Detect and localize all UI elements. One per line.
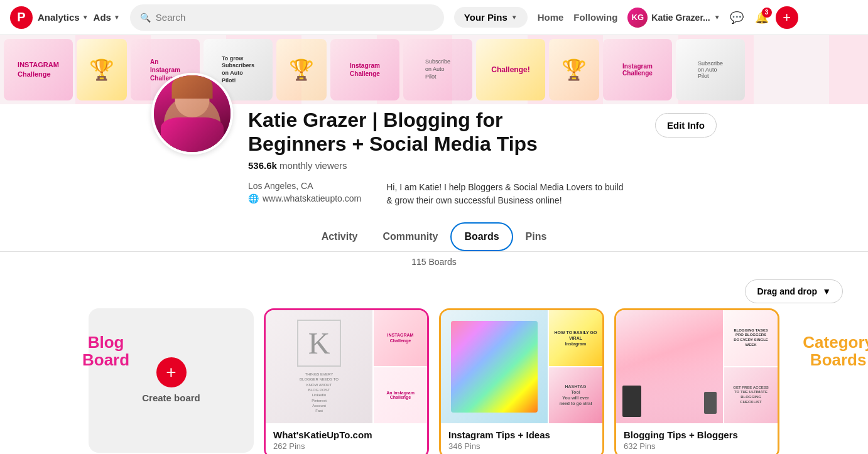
board-whats-katie[interactable]: K THINGS EVERYBLOGGER NEEDS TOKNOW ABOUT… — [264, 308, 429, 454]
analytics-chevron-icon: ▼ — [82, 14, 89, 21]
following-link[interactable]: Following — [573, 12, 617, 23]
navbar: P Analytics ▼ Ads ▼ 🔍 Your Pins ▼ Home F… — [0, 0, 868, 35]
avatar: KG — [627, 8, 648, 28]
profile-location-column: Los Angeles, CA 🌐 www.whatskatieupto.com — [248, 181, 361, 203]
board-top-image: HOW TO EASILY GOVIRALInstagram — [549, 310, 602, 366]
board-pin-count: 262 Pins — [273, 441, 420, 451]
edit-info-button[interactable]: Edit Info — [655, 113, 717, 138]
tab-pins[interactable]: Pins — [513, 224, 560, 250]
profile-location: Los Angeles, CA — [248, 181, 361, 191]
board-top-image: BLOGGING TASKSPRO BLOGGERSDO EVERY SINGL… — [724, 310, 778, 366]
globe-icon: 🌐 — [248, 193, 259, 203]
viewer-label: monthly viewers — [279, 160, 347, 171]
board-images: HOW TO EASILY GOVIRALInstagram HASHTAGTo… — [441, 310, 602, 423]
boards-count: 115 Boards — [0, 257, 868, 267]
board-bottom-image: An InstagramChallenge — [374, 367, 427, 423]
profile-bio: Hi, I am Katie! I help Bloggers & Social… — [386, 181, 625, 207]
board-title: Instagram Tips + Ideas — [448, 430, 595, 440]
user-menu[interactable]: KG Katie Grazer... ▼ — [627, 8, 720, 28]
username-label: Katie Grazer... — [651, 13, 710, 23]
profile-content: Katie Grazer | Blogging for Beginners + … — [151, 73, 717, 207]
board-instagram-tips[interactable]: HOW TO EASILY GOVIRALInstagram HASHTAGTo… — [439, 308, 604, 454]
analytics-label: Analytics — [38, 12, 80, 23]
tab-boards[interactable]: Boards — [450, 222, 513, 251]
profile-name: Katie Grazer | Blogging for Beginners + … — [248, 108, 575, 156]
board-title: What'sKatieUpTo.com — [273, 430, 420, 440]
monthly-viewers: 536.6k monthly viewers — [248, 160, 717, 171]
blog-board-annotation: BlogBoard — [82, 333, 129, 369]
board-images: K THINGS EVERYBLOGGER NEEDS TOKNOW ABOUT… — [266, 310, 427, 423]
tabs-inner: Activity Community Boards Pins — [309, 222, 560, 251]
board-bottom-image: HASHTAGToolYou will everneed to go viral — [549, 367, 602, 423]
add-button[interactable]: + — [776, 6, 798, 29]
profile-info: Katie Grazer | Blogging for Beginners + … — [248, 73, 717, 207]
board-top-image: INSTAGRAMChallenge — [374, 310, 427, 366]
ads-chevron-icon: ▼ — [114, 14, 120, 21]
board-main-image: K THINGS EVERYBLOGGER NEEDS TOKNOW ABOUT… — [266, 310, 372, 423]
board-main-image — [616, 310, 723, 423]
board-images: BLOGGING TASKSPRO BLOGGERSDO EVERY SINGL… — [616, 310, 778, 423]
board-pin-count: 346 Pins — [448, 441, 595, 451]
board-main-image — [441, 310, 548, 423]
profile-name-row: Katie Grazer | Blogging for Beginners + … — [248, 108, 717, 156]
search-icon: 🔍 — [140, 13, 151, 23]
home-link[interactable]: Home — [538, 12, 564, 23]
profile-section: Katie Grazer | Blogging for Beginners + … — [0, 73, 868, 207]
board-info: Blogging Tips + Bloggers 632 Pins — [616, 423, 778, 454]
create-board-label: Create board — [142, 392, 200, 403]
board-title: Blogging Tips + Bloggers — [624, 430, 770, 440]
drag-drop-label: Drag and drop — [757, 286, 817, 296]
board-info: Instagram Tips + Ideas 346 Pins — [441, 423, 602, 454]
notification-badge: 3 — [762, 8, 772, 18]
analytics-menu[interactable]: Analytics ▼ — [38, 12, 89, 23]
navbar-icons: 💬 🔔 3 + — [725, 6, 798, 29]
messages-button[interactable]: 💬 — [725, 6, 748, 29]
profile-website[interactable]: 🌐 www.whatskatieupto.com — [248, 193, 361, 203]
drag-drop-chevron-icon: ▼ — [822, 286, 831, 296]
boards-section: BlogBoard CategoryBoards + Create board … — [0, 308, 868, 454]
viewer-count: 536.6k — [248, 160, 277, 171]
tabs-section: Activity Community Boards Pins — [0, 222, 868, 252]
your-pins-chevron-icon: ▼ — [511, 14, 518, 21]
profile-avatar-inner — [154, 75, 231, 152]
create-board-icon: + — [156, 357, 187, 387]
drag-drop-button[interactable]: Drag and drop ▼ — [745, 279, 843, 303]
your-pins-button[interactable]: Your Pins ▼ — [454, 7, 528, 28]
board-info: What'sKatieUpTo.com 262 Pins — [266, 423, 427, 454]
search-bar[interactable]: 🔍 — [130, 4, 444, 31]
your-pins-label: Your Pins — [464, 12, 507, 23]
tab-community[interactable]: Community — [370, 224, 450, 250]
ads-menu[interactable]: Ads ▼ — [94, 12, 120, 23]
notifications-button[interactable]: 🔔 3 — [751, 6, 773, 29]
board-pin-count: 632 Pins — [624, 441, 770, 451]
category-boards-annotation: CategoryBoards — [803, 333, 868, 369]
board-blogging-tips[interactable]: BLOGGING TASKSPRO BLOGGERSDO EVERY SINGL… — [614, 308, 779, 454]
profile-meta: Los Angeles, CA 🌐 www.whatskatieupto.com… — [248, 181, 717, 207]
pinterest-logo[interactable]: P — [10, 6, 33, 29]
board-bottom-image: GET FREE ACCESSTO THE ULTIMATEBLOGGINGCH… — [724, 367, 778, 423]
ads-label: Ads — [94, 12, 111, 23]
create-board-card[interactable]: + Create board — [89, 308, 254, 453]
boards-grid: + Create board K THINGS EVERYBLOGGER NEE… — [89, 308, 779, 454]
user-chevron-icon: ▼ — [714, 14, 720, 21]
boards-toolbar: Drag and drop ▼ — [0, 274, 868, 308]
tab-activity[interactable]: Activity — [309, 224, 371, 250]
profile-avatar — [151, 73, 233, 154]
website-url: www.whatskatieupto.com — [263, 193, 361, 203]
search-input[interactable] — [156, 12, 434, 23]
